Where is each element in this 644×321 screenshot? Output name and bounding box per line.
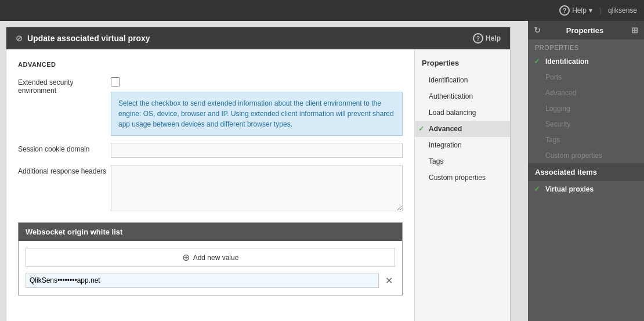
user-label: qliksense	[608, 6, 637, 15]
nav-item-label: Advanced	[429, 125, 462, 133]
advanced-section-title: ADVANCED	[18, 61, 403, 68]
modal-nav-authentication[interactable]: ✓ Authentication	[415, 88, 510, 104]
additional-headers-row: Additional response headers	[18, 165, 403, 213]
extended-security-row: Extended security environment Select the…	[18, 76, 403, 136]
session-cookie-label: Session cookie domain	[18, 143, 111, 153]
right-nav-custom-properties[interactable]: ✓ Custom properties	[528, 147, 644, 163]
item-label: Advanced	[545, 89, 576, 97]
right-panel-properties-section: Properties ✓ Identification ✓ Ports ✓ Ad…	[528, 39, 644, 163]
remove-value-button[interactable]: ✕	[382, 274, 395, 287]
right-panel-header: ↻ Properties ⊞	[528, 21, 644, 39]
item-label: Identification	[545, 57, 589, 66]
websocket-value-input[interactable]	[26, 273, 379, 288]
modal-nav-tags[interactable]: ✓ Tags	[415, 153, 510, 169]
info-text: Select the checkbox to send extended inf…	[118, 99, 394, 128]
right-nav-advanced[interactable]: ✓ Advanced	[528, 85, 644, 100]
modal-title: Update associated virtual proxy	[27, 34, 150, 43]
session-cookie-control	[111, 143, 403, 158]
nav-item-label: Tags	[429, 157, 443, 165]
additional-headers-label: Additional response headers	[18, 165, 111, 175]
add-value-label: Add new value	[193, 254, 239, 262]
item-label: Logging	[545, 104, 570, 113]
modal-header-left: ⊘ Update associated virtual proxy	[16, 34, 150, 43]
modal-nav-header: Properties	[415, 54, 510, 72]
modal-header: ⊘ Update associated virtual proxy ? Help	[6, 27, 510, 49]
nav-item-label: Integration	[429, 141, 462, 149]
dropdown-icon: ▾	[589, 6, 592, 15]
modal-body: ADVANCED Extended security environment S…	[6, 49, 510, 321]
modal-nav: Properties ✓ Identification ✓ Authentica…	[414, 49, 510, 321]
websocket-section: Websocket origin white list ⊕ Add new va…	[18, 222, 403, 295]
additional-headers-control	[111, 165, 403, 213]
modal-nav-load-balancing[interactable]: ✓ Load balancing	[415, 104, 510, 121]
right-nav-ports[interactable]: ✓ Ports	[528, 69, 644, 85]
modal-main-content: ADVANCED Extended security environment S…	[6, 49, 414, 321]
check-icon: ✓	[534, 185, 542, 193]
help-icon: ?	[559, 5, 570, 16]
ban-icon: ⊘	[16, 34, 23, 43]
right-nav-security[interactable]: ✓ Security	[528, 116, 644, 132]
item-label: Virtual proxies	[545, 185, 594, 193]
nav-item-label: Custom properties	[429, 174, 486, 182]
modal-overlay: ⊘ Update associated virtual proxy ? Help…	[0, 21, 528, 321]
nav-item-label: Identification	[429, 76, 468, 84]
right-properties-panel: ↻ Properties ⊞ Properties ✓ Identificati…	[528, 21, 644, 321]
session-cookie-row: Session cookie domain	[18, 143, 403, 158]
websocket-value-row: ✕	[26, 273, 395, 288]
bookmark-icon: ⊞	[631, 26, 638, 35]
right-nav-virtual-proxies[interactable]: ✓ Virtual proxies	[528, 181, 644, 197]
item-label: Tags	[545, 136, 560, 144]
properties-section-label: Properties	[528, 39, 644, 53]
check-icon: ✓	[534, 57, 542, 66]
top-bar: ? Help ▾ | qliksense	[0, 0, 644, 21]
modal-nav-integration[interactable]: ✓ Integration	[415, 137, 510, 153]
websocket-body: ⊕ Add new value ✕	[19, 241, 402, 295]
modal-nav-custom-properties[interactable]: ✓ Custom properties	[415, 169, 510, 186]
right-nav-identification[interactable]: ✓ Identification	[528, 53, 644, 69]
websocket-title: Websocket origin white list	[26, 228, 122, 236]
extended-security-label: Extended security environment	[18, 76, 111, 95]
modal-nav-advanced[interactable]: ✓ Advanced	[415, 121, 510, 137]
right-nav-tags[interactable]: ✓ Tags	[528, 132, 644, 147]
item-label: Ports	[545, 73, 562, 81]
divider: |	[599, 6, 601, 15]
extended-security-info: Select the checkbox to send extended inf…	[111, 92, 403, 136]
add-value-button[interactable]: ⊕ Add new value	[26, 248, 395, 267]
top-bar-help[interactable]: ? Help ▾	[559, 5, 592, 16]
check-icon: ✓	[418, 125, 426, 133]
nav-item-label: Authentication	[429, 92, 473, 100]
item-label: Security	[545, 120, 570, 128]
modal-header-help[interactable]: ? Help	[473, 33, 501, 44]
nav-item-label: Load balancing	[429, 109, 476, 117]
associated-items-header: Associated items	[528, 163, 644, 181]
additional-headers-textarea[interactable]	[111, 165, 403, 211]
plus-icon: ⊕	[182, 252, 190, 263]
modal-help-label: Help	[486, 34, 501, 42]
websocket-header: Websocket origin white list	[19, 223, 402, 241]
refresh-icon[interactable]: ↻	[534, 26, 541, 35]
extended-security-checkbox[interactable]	[111, 77, 120, 86]
properties-title: Properties	[566, 26, 603, 35]
update-virtual-proxy-modal: ⊘ Update associated virtual proxy ? Help…	[6, 27, 511, 321]
item-label: Custom properties	[545, 152, 602, 160]
help-label: Help	[572, 6, 587, 15]
modal-help-icon: ?	[473, 33, 483, 44]
session-cookie-input[interactable]	[111, 143, 403, 158]
modal-nav-identification[interactable]: ✓ Identification	[415, 72, 510, 88]
right-nav-logging[interactable]: ✓ Logging	[528, 100, 644, 116]
extended-security-control: Select the checkbox to send extended inf…	[111, 76, 403, 136]
